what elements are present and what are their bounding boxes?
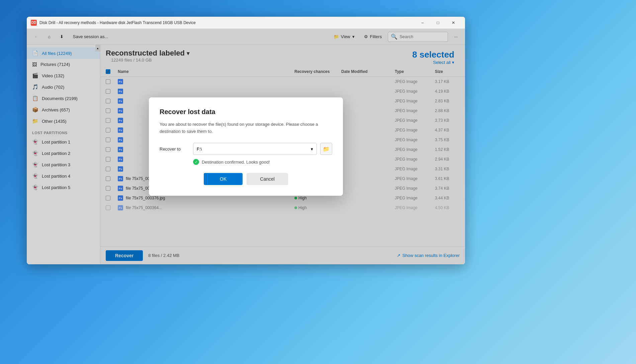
modal-buttons: OK Cancel: [160, 173, 332, 185]
close-button[interactable]: ✕: [446, 17, 461, 29]
browse-folder-button[interactable]: 📁: [320, 143, 332, 155]
minimize-button[interactable]: –: [415, 17, 430, 29]
destination-status-row: ✓ Destination confirmed. Looks good!: [160, 159, 332, 165]
status-confirmed-icon: ✓: [193, 159, 199, 165]
destination-status-text: Destination confirmed. Looks good!: [202, 160, 270, 165]
cancel-button[interactable]: Cancel: [247, 173, 288, 185]
recover-dialog: Recover lost data You are about to recov…: [149, 97, 343, 196]
destination-dropdown[interactable]: F:\ ▾: [193, 143, 317, 155]
modal-description: You are about to recover the file(s) fou…: [160, 121, 332, 135]
destination-value: F:\: [197, 147, 202, 152]
recover-to-label: Recover to: [160, 147, 190, 152]
window-controls: – □ ✕: [415, 17, 461, 29]
app-window: DD Disk Drill - All recovery methods - H…: [27, 17, 465, 264]
maximize-button[interactable]: □: [430, 17, 446, 29]
folder-icon: 📁: [323, 146, 330, 152]
ok-button[interactable]: OK: [204, 173, 243, 185]
modal-title: Recover lost data: [160, 108, 332, 116]
window-title: Disk Drill - All recovery methods - Hard…: [39, 20, 415, 25]
chevron-down-icon: ▾: [311, 147, 313, 152]
recover-to-row: Recover to F:\ ▾ 📁: [160, 143, 332, 155]
title-bar: DD Disk Drill - All recovery methods - H…: [27, 17, 465, 29]
modal-overlay: Recover lost data You are about to recov…: [27, 29, 465, 264]
app-icon: DD: [31, 20, 37, 26]
